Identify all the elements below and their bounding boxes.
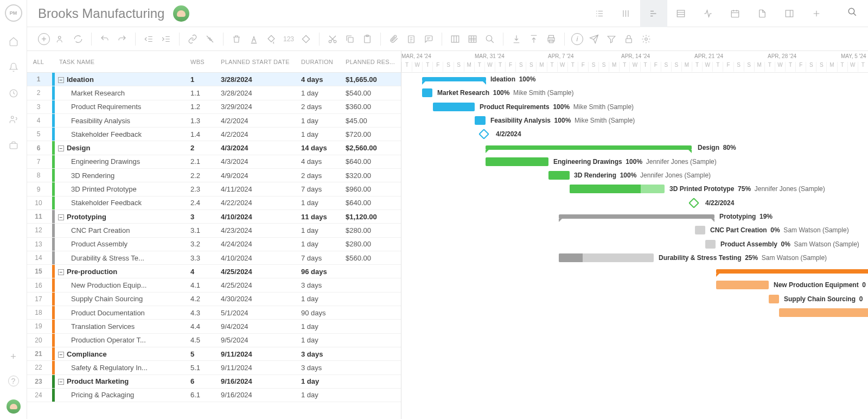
cell-wbs[interactable]: 3.1 xyxy=(190,226,221,234)
task-row[interactable]: 6−Design24/3/202414 days$2,560.00 xyxy=(27,141,401,155)
gantt-task-bar[interactable] xyxy=(433,103,475,111)
cell-wbs[interactable]: 5.1 xyxy=(190,364,221,372)
cell-dur[interactable]: 1 day xyxy=(301,199,346,207)
cell-wbs[interactable]: 1.1 xyxy=(190,89,221,97)
cell-dur[interactable]: 1 day xyxy=(301,117,346,125)
note-icon[interactable] xyxy=(405,33,418,46)
task-row[interactable]: 2Market Research1.13/28/20241 day$540.00 xyxy=(27,86,401,100)
cell-res[interactable]: $1,120.00 xyxy=(346,213,401,221)
cut-icon[interactable] xyxy=(326,33,339,46)
gantt-summary-bar[interactable] xyxy=(559,214,714,219)
task-name-cell[interactable]: −Ideation xyxy=(55,75,190,84)
gantt-task-bar[interactable] xyxy=(695,226,705,234)
cell-start[interactable]: 4/2/2024 xyxy=(221,130,301,138)
col-task[interactable]: TASK NAME xyxy=(55,59,190,65)
task-row[interactable]: 21−Compliance59/11/20243 days xyxy=(27,347,401,361)
col-wbs[interactable]: WBS xyxy=(190,59,221,65)
gantt-milestone[interactable] xyxy=(478,129,489,139)
task-row[interactable]: 14Durability & Stress Te...3.34/10/20247… xyxy=(27,251,401,265)
task-name-cell[interactable]: New Production Equip... xyxy=(55,281,190,289)
cell-dur[interactable]: 3 days xyxy=(301,281,346,289)
settings-icon[interactable] xyxy=(640,33,653,46)
gantt-task-bar[interactable] xyxy=(475,116,486,125)
task-name-cell[interactable]: 3D Rendering xyxy=(55,172,190,180)
col-resource[interactable]: PLANNED RES... xyxy=(346,59,401,65)
view-tab-calendar[interactable] xyxy=(722,0,749,27)
cell-res[interactable]: $1,665.00 xyxy=(346,75,401,84)
cell-wbs[interactable]: 4 xyxy=(190,268,221,276)
cell-res[interactable]: $280.00 xyxy=(346,240,401,248)
paste-icon[interactable] xyxy=(361,33,374,46)
task-name-cell[interactable]: Stakeholder Feedback xyxy=(55,130,190,138)
collapse-toggle[interactable]: − xyxy=(58,379,64,385)
indent-icon[interactable] xyxy=(159,33,173,46)
cell-dur[interactable]: 4 days xyxy=(301,157,346,166)
cell-start[interactable]: 3/28/2024 xyxy=(221,89,301,97)
cell-res[interactable]: $640.00 xyxy=(346,157,401,166)
export-icon[interactable] xyxy=(527,33,540,46)
cell-wbs[interactable]: 2 xyxy=(190,144,221,152)
cell-wbs[interactable]: 6 xyxy=(190,377,221,385)
task-row[interactable]: 24Pricing & Packaging6.19/16/20241 day xyxy=(27,389,401,402)
cell-dur[interactable]: 3 days xyxy=(301,364,346,372)
col-duration[interactable]: DURATION xyxy=(301,59,346,65)
view-tab-activity[interactable] xyxy=(694,0,722,27)
cell-res[interactable]: $540.00 xyxy=(346,89,401,97)
view-tab-gantt[interactable] xyxy=(640,0,667,27)
add-icon[interactable]: + xyxy=(10,351,16,363)
task-row[interactable]: 5Stakeholder Feedback1.44/2/20241 day$72… xyxy=(27,128,401,141)
cell-wbs[interactable]: 1.3 xyxy=(190,117,221,125)
task-name-cell[interactable]: Durability & Stress Te... xyxy=(55,254,190,262)
cell-wbs[interactable]: 4.5 xyxy=(190,336,221,344)
cell-wbs[interactable]: 3.2 xyxy=(190,240,221,248)
cell-start[interactable]: 9/16/2024 xyxy=(221,377,301,385)
task-row[interactable]: 18Product Documentation4.35/1/202490 day… xyxy=(27,306,401,320)
task-name-cell[interactable]: Translation Services xyxy=(55,322,190,331)
task-row[interactable]: 17Supply Chain Sourcing4.24/30/20241 day xyxy=(27,293,401,306)
attach-icon[interactable] xyxy=(387,33,400,46)
task-name-cell[interactable]: Product Requirements xyxy=(55,103,190,111)
cell-res[interactable]: $960.00 xyxy=(346,185,401,193)
cell-start[interactable]: 4/30/2024 xyxy=(221,295,301,303)
collapse-toggle[interactable]: − xyxy=(58,77,64,83)
outdent-icon[interactable] xyxy=(142,33,155,46)
task-row[interactable]: 22Safety & Regulatory In...5.19/11/20243… xyxy=(27,361,401,374)
cell-dur[interactable]: 1 day xyxy=(301,240,346,248)
cell-start[interactable]: 4/25/2024 xyxy=(221,268,301,276)
task-name-cell[interactable]: Supply Chain Sourcing xyxy=(55,295,190,303)
cell-dur[interactable]: 7 days xyxy=(301,254,346,262)
cell-start[interactable]: 4/24/2024 xyxy=(221,240,301,248)
cell-dur[interactable]: 3 days xyxy=(301,350,346,358)
gantt-task-bar[interactable] xyxy=(548,171,570,180)
task-row[interactable]: 23−Product Marketing69/16/20241 day xyxy=(27,375,401,389)
cell-start[interactable]: 4/25/2024 xyxy=(221,281,301,289)
gantt-task-bar[interactable] xyxy=(559,253,654,262)
cell-dur[interactable]: 11 days xyxy=(301,213,346,221)
cell-start[interactable]: 4/3/2024 xyxy=(221,144,301,152)
cell-start[interactable]: 9/11/2024 xyxy=(221,364,301,372)
gantt-task-bar[interactable] xyxy=(570,185,665,193)
cell-start[interactable]: 9/11/2024 xyxy=(221,350,301,358)
task-name-cell[interactable]: −Product Marketing xyxy=(55,377,190,385)
unlink-icon[interactable] xyxy=(203,33,216,46)
project-member-avatar[interactable] xyxy=(173,5,189,22)
cell-wbs[interactable]: 4.2 xyxy=(190,295,221,303)
cell-wbs[interactable]: 2.2 xyxy=(190,172,221,180)
collapse-toggle[interactable]: − xyxy=(58,214,64,220)
cell-wbs[interactable]: 4.3 xyxy=(190,309,221,317)
cell-start[interactable]: 9/16/2024 xyxy=(221,391,301,399)
cell-start[interactable]: 3/29/2024 xyxy=(221,103,301,111)
task-name-cell[interactable]: Feasibility Analysis xyxy=(55,117,190,125)
task-name-cell[interactable]: −Compliance xyxy=(55,350,190,358)
assign-icon[interactable] xyxy=(54,33,67,46)
task-name-cell[interactable]: CNC Part Creation xyxy=(55,226,190,234)
cell-wbs[interactable]: 1.4 xyxy=(190,130,221,138)
clock-icon[interactable] xyxy=(7,87,20,100)
gantt-task-bar[interactable] xyxy=(779,308,868,317)
user-avatar[interactable] xyxy=(7,399,21,414)
collapse-toggle[interactable]: − xyxy=(58,269,64,275)
import-icon[interactable] xyxy=(510,33,523,46)
number-icon[interactable]: 123 xyxy=(282,35,295,43)
cell-res[interactable]: $2,560.00 xyxy=(346,144,401,152)
cell-wbs[interactable]: 6.1 xyxy=(190,391,221,399)
